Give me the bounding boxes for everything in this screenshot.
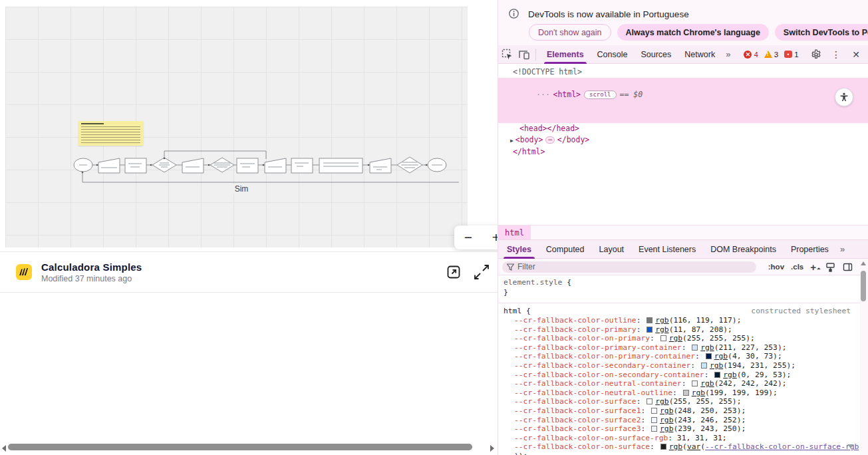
css-property-name: --cr-fallback-color-surface3 [514, 424, 641, 433]
board-canvas[interactable]: Sim − + [5, 7, 468, 247]
doctype-node[interactable]: <!DOCTYPE html> [498, 67, 868, 78]
css-property-value: rgb(211, 227, 253); [700, 343, 786, 352]
dont-show-again-button[interactable]: Don't show again [529, 24, 611, 41]
expand-arrow-icon[interactable]: ▶ [510, 138, 513, 144]
tab-computed[interactable]: Computed [539, 240, 592, 259]
rendering-emulation-icon[interactable] [821, 259, 839, 274]
tab-layout[interactable]: Layout [592, 240, 632, 259]
css-color-swatch[interactable] [647, 317, 652, 323]
head-node[interactable]: <head></head> [498, 123, 868, 134]
element-style-section[interactable]: element.style { } [498, 275, 860, 303]
flowchart[interactable] [67, 145, 459, 193]
css-property[interactable]: --cr-fallback-color-on-surface-rgb: 31, … [504, 434, 860, 443]
css-color-swatch[interactable] [706, 353, 712, 359]
errors-badge[interactable]: ✕ 4 [744, 51, 758, 59]
css-property[interactable]: --cr-fallback-color-primary: rgb(11, 87,… [504, 325, 860, 335]
horizontal-scrollbar[interactable] [0, 441, 498, 453]
css-property[interactable]: --cr-fallback-color-surface1: rgb(248, 2… [504, 406, 860, 416]
css-color-swatch[interactable] [683, 390, 689, 396]
css-color-swatch[interactable] [660, 444, 666, 450]
tab-console[interactable]: Console [591, 45, 635, 64]
css-color-swatch[interactable] [651, 417, 657, 423]
constructed-stylesheet-rule[interactable]: html { constructed stylesheet --cr-fallb… [498, 303, 860, 455]
css-property[interactable]: --cr-fallback-color-neutral-outline: rgb… [504, 388, 860, 398]
filter-box[interactable] [502, 261, 756, 273]
zoom-out-button[interactable]: − [454, 226, 482, 249]
match-language-button[interactable]: Always match Chrome's language [617, 24, 769, 41]
more-sidebar-tabs-icon[interactable]: » [836, 244, 849, 254]
device-toolbar-icon[interactable] [515, 47, 533, 62]
css-color-swatch[interactable] [651, 408, 657, 414]
breadcrumb-html[interactable]: html [498, 226, 531, 240]
horizontal-scrollbar-thumb[interactable] [8, 444, 472, 450]
board-card[interactable]: Calculadora Simples Modified 37 minutes … [0, 251, 498, 293]
inspect-element-icon[interactable] [498, 47, 515, 62]
tab-properties[interactable]: Properties [784, 240, 836, 259]
css-property[interactable]: --cr-fallback-color-primary-container: r… [504, 343, 860, 353]
css-property[interactable]: --cr-fallback-color-on-secondary-contain… [504, 371, 860, 380]
css-property[interactable]: --cr-fallback-color-on-primary: rgb(255,… [504, 334, 860, 343]
tab-elements[interactable]: Elements [540, 45, 591, 64]
styles-filter-bar: :hov .cls + [498, 259, 860, 275]
expand-fullscreen-button[interactable] [472, 263, 491, 281]
warning-icon [764, 51, 772, 58]
css-property-name: --cr-fallback-color-secondary-container [514, 361, 690, 370]
css-property[interactable]: --cr-fallback-color-surface2: rgb(243, 2… [504, 416, 860, 425]
kebab-menu-icon[interactable]: ⋮ [827, 47, 845, 62]
toggle-hover-state-button[interactable]: :hov [765, 263, 788, 271]
breadcrumb-bar: html [498, 225, 868, 239]
css-property-name: --cr-fallback-color-on-surface-rgb [514, 434, 668, 442]
css-color-swatch[interactable] [692, 380, 698, 386]
sticky-note[interactable] [78, 121, 143, 146]
tab-network[interactable]: Network [678, 45, 722, 64]
css-property[interactable]: --cr-fallback-color-surface3: rgb(239, 2… [504, 424, 860, 434]
tab-event-listeners[interactable]: Event Listeners [631, 240, 703, 259]
issues-badge[interactable]: ▪ 1 [784, 51, 798, 59]
scroll-up-arrow-icon[interactable] [861, 261, 866, 265]
scroll-down-indicator-icon[interactable] [847, 444, 854, 448]
css-property[interactable]: --cr-fallback-color-on-primary-container… [504, 352, 860, 361]
vertical-scrollbar[interactable] [859, 259, 868, 455]
css-color-swatch[interactable] [651, 426, 657, 432]
scroll-right-arrow-icon[interactable] [490, 445, 494, 452]
node-overflow-dots[interactable]: ··· [536, 91, 550, 98]
tab-dom-breakpoints[interactable]: DOM Breakpoints [703, 240, 784, 259]
css-color-swatch[interactable] [692, 345, 698, 351]
collapsed-content-icon[interactable]: ⋯ [545, 136, 554, 144]
css-property[interactable]: --cr-fallback-color-surface: rgb(255, 25… [504, 397, 860, 406]
css-color-swatch[interactable] [647, 327, 652, 333]
css-property[interactable]: --cr-fallback-color-neutral-container: r… [504, 379, 860, 388]
new-style-rule-button[interactable]: + [807, 261, 821, 273]
css-color-swatch[interactable] [647, 398, 652, 404]
css-property-name: --cr-fallback-color-surface [514, 397, 637, 406]
css-property-name: --cr-fallback-color-on-primary-container [514, 352, 695, 361]
scroll-badge[interactable]: scroll [584, 90, 617, 99]
close-devtools-icon[interactable]: ✕ [847, 47, 865, 62]
rule-selector[interactable]: html { [504, 307, 531, 315]
toggle-classes-button[interactable]: .cls [788, 263, 807, 271]
html-close-node[interactable]: </html> [498, 146, 868, 158]
more-tabs-icon[interactable]: » [722, 49, 734, 59]
settings-gear-icon[interactable] [807, 47, 825, 62]
html-node-selected[interactable]: ···<html>scroll== $0 [498, 78, 868, 123]
css-property[interactable]: --cr-fallback-color-outline: rgb(116, 11… [504, 316, 860, 325]
switch-language-button[interactable]: Switch DevTools to Portugue [775, 24, 868, 41]
css-color-swatch[interactable] [660, 335, 666, 341]
tab-styles[interactable]: Styles [500, 240, 539, 259]
css-property-name: --cr-fallback-color-on-primary [514, 334, 650, 343]
tab-sources[interactable]: Sources [634, 45, 678, 64]
scroll-left-arrow-icon[interactable] [2, 445, 6, 452]
css-color-swatch[interactable] [714, 372, 720, 378]
vertical-scrollbar-thumb[interactable] [861, 271, 866, 301]
css-property[interactable]: --cr-fallback-color-on-surface: rgb(var(… [504, 442, 860, 452]
css-property[interactable]: --cr-fallback-color-secondary-container:… [504, 361, 860, 371]
show-computed-sidebar-icon[interactable] [839, 259, 856, 274]
body-node[interactable]: ▶<body>⋯</body> [498, 134, 868, 146]
devtools-panel: DevTools is now available in Portuguese … [498, 0, 868, 455]
warnings-badge[interactable]: 3 [764, 51, 778, 59]
open-in-new-window-button[interactable] [444, 263, 463, 281]
styles-filter-input[interactable] [517, 262, 752, 271]
accessibility-icon[interactable] [835, 88, 853, 106]
css-property-name: --cr-fallback-color-neutral-container [514, 379, 682, 388]
css-color-swatch[interactable] [701, 363, 707, 369]
